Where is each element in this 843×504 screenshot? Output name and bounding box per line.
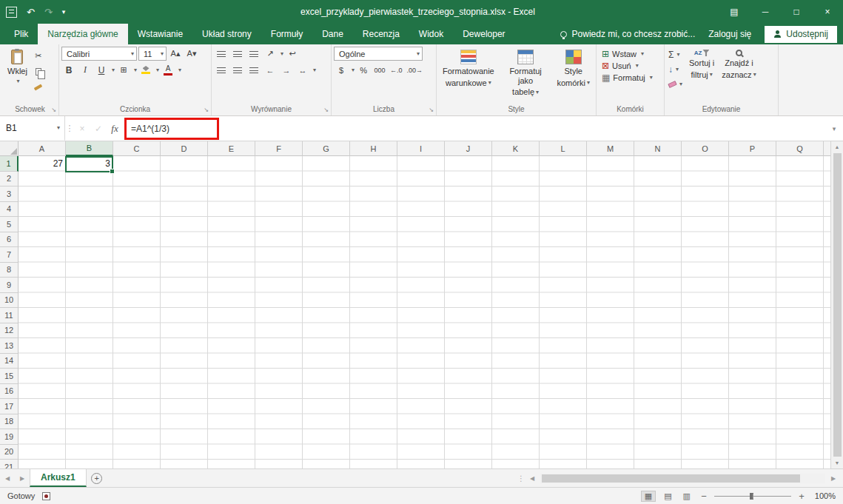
alignment-dialog-launcher[interactable]: ↘	[323, 107, 329, 113]
column-header-q[interactable]: Q	[776, 141, 824, 156]
cancel-entry-button[interactable]: ×	[74, 116, 90, 141]
decrease-font-size-button[interactable]: A▾	[184, 47, 199, 61]
column-header-j[interactable]: J	[445, 141, 492, 156]
column-header-a[interactable]: A	[19, 141, 66, 156]
tab-formuly[interactable]: Formuły	[261, 24, 312, 44]
ribbon-display-options-button[interactable]: ▤	[719, 0, 750, 24]
orientation-dropdown-icon[interactable]: ▾	[281, 51, 283, 57]
borders-button[interactable]: ⊞	[116, 63, 131, 77]
row-header-19[interactable]: 19	[0, 429, 19, 445]
column-header-b[interactable]: B	[66, 141, 113, 156]
share-button[interactable]: Udostępnij	[765, 26, 837, 43]
scroll-down-button[interactable]: ▼	[831, 457, 843, 468]
name-box[interactable]: B1 ▾	[0, 116, 65, 141]
sign-in-button[interactable]: Zaloguj się	[708, 29, 751, 39]
column-header-f[interactable]: F	[255, 141, 303, 156]
normal-view-button[interactable]: ▦	[641, 491, 656, 502]
formula-bar-splitter[interactable]: ⋮	[65, 124, 74, 133]
row-header-2[interactable]: 2	[0, 172, 19, 187]
name-box-dropdown-icon[interactable]: ▾	[57, 125, 60, 131]
clipboard-dialog-launcher[interactable]: ↘	[51, 107, 56, 113]
column-header-d[interactable]: D	[161, 141, 208, 156]
decrease-decimal-button[interactable]: .00→	[406, 63, 425, 77]
fill-color-dropdown-icon[interactable]: ▾	[156, 67, 159, 73]
align-bottom-button[interactable]	[246, 47, 261, 61]
tab-widok[interactable]: Widok	[409, 24, 453, 44]
zoom-out-button[interactable]: −	[699, 491, 709, 501]
sort-filter-button[interactable]: AZ Sortuj i filtruj▾	[685, 47, 718, 81]
minimize-button[interactable]: ─	[750, 0, 781, 24]
column-header-g[interactable]: G	[303, 141, 350, 156]
tab-wstawianie[interactable]: Wstawianie	[128, 24, 192, 44]
enter-entry-button[interactable]: ✓	[90, 116, 107, 141]
tab-scroll-splitter[interactable]: ⋮	[517, 469, 525, 487]
font-color-dropdown-icon[interactable]: ▾	[178, 67, 181, 73]
font-color-button[interactable]: A	[161, 63, 175, 77]
row-header-20[interactable]: 20	[0, 445, 19, 460]
column-header-m[interactable]: M	[587, 141, 634, 156]
fill-color-button[interactable]	[138, 63, 153, 77]
column-header-l[interactable]: L	[540, 141, 587, 156]
autosum-button[interactable]: Σ▾	[667, 48, 684, 61]
copy-button[interactable]	[31, 64, 46, 78]
cut-button[interactable]: ✂	[31, 49, 46, 63]
row-header-21[interactable]: 21	[0, 460, 19, 468]
column-header-n[interactable]: N	[634, 141, 682, 156]
horizontal-scroll-track[interactable]	[540, 474, 825, 483]
horizontal-scroll-thumb[interactable]	[542, 474, 800, 483]
row-header-14[interactable]: 14	[0, 354, 19, 369]
row-header-1[interactable]: 1	[0, 156, 19, 172]
row-header-6[interactable]: 6	[0, 232, 19, 248]
column-header-h[interactable]: H	[350, 141, 397, 156]
font-dialog-launcher[interactable]: ↘	[204, 107, 209, 113]
align-top-button[interactable]	[214, 47, 229, 61]
formula-input[interactable]: =A1^(1/3)	[123, 116, 825, 141]
tab-uklad-strony[interactable]: Układ strony	[192, 24, 261, 44]
column-header-o[interactable]: O	[682, 141, 729, 156]
number-format-select[interactable]: Ogólne ▾	[334, 47, 423, 61]
column-header-c[interactable]: C	[113, 141, 161, 156]
row-header-5[interactable]: 5	[0, 217, 19, 232]
page-break-preview-button[interactable]: ▥	[680, 491, 693, 501]
tab-narzedzia-glowne[interactable]: Narzędzia główne	[38, 24, 127, 44]
qat-customize-button[interactable]: ▾	[62, 9, 66, 16]
expand-formula-bar-button[interactable]: ▾	[825, 116, 843, 141]
row-header-7[interactable]: 7	[0, 247, 19, 263]
italic-button[interactable]: I	[78, 63, 93, 77]
row-header-15[interactable]: 15	[0, 369, 19, 384]
zoom-level[interactable]: 100%	[812, 491, 836, 500]
row-header-4[interactable]: 4	[0, 202, 19, 218]
format-as-table-button[interactable]: Formatuj jako tabelę▾	[498, 47, 554, 98]
tab-deweloper[interactable]: Deweloper	[453, 24, 514, 44]
select-all-button[interactable]	[0, 141, 19, 156]
maximize-button[interactable]: □	[781, 0, 812, 24]
row-header-13[interactable]: 13	[0, 338, 19, 354]
close-button[interactable]: ×	[812, 0, 843, 24]
underline-dropdown-icon[interactable]: ▾	[112, 67, 115, 73]
format-painter-button[interactable]	[31, 80, 46, 94]
insert-function-button[interactable]: fx	[107, 116, 123, 141]
align-center-button[interactable]	[230, 63, 245, 77]
zoom-in-button[interactable]: +	[796, 491, 807, 501]
row-header-9[interactable]: 9	[0, 278, 19, 293]
redo-button[interactable]: ↷	[44, 7, 53, 17]
tell-me-box[interactable]: Powiedz mi, co chcesz zrobić...	[560, 29, 696, 39]
accounting-dropdown-icon[interactable]: ▾	[352, 67, 355, 73]
align-left-button[interactable]	[214, 63, 229, 77]
conditional-formatting-button[interactable]: Formatowanie warunkowe▾	[439, 47, 498, 89]
increase-indent-button[interactable]: →	[279, 63, 294, 77]
wrap-text-button[interactable]: ↩	[285, 47, 300, 61]
row-header-18[interactable]: 18	[0, 414, 19, 430]
column-header-i[interactable]: I	[397, 141, 445, 156]
accounting-format-button[interactable]: $	[334, 63, 349, 77]
find-select-button[interactable]: Znajdź i zaznacz▾	[718, 47, 759, 81]
font-size-select[interactable]: 11 ▾	[138, 47, 167, 61]
increase-font-size-button[interactable]: A▴	[168, 47, 183, 61]
row-header-16[interactable]: 16	[0, 384, 19, 400]
bold-button[interactable]: B	[61, 63, 76, 77]
insert-cells-button[interactable]: ⊞ Wstaw ▾	[602, 50, 653, 58]
cells-layer[interactable]: 273	[19, 156, 830, 468]
row-header-12[interactable]: 12	[0, 323, 19, 339]
comma-style-button[interactable]: 000	[372, 63, 387, 77]
hscroll-right-button[interactable]: ▶	[826, 475, 841, 482]
